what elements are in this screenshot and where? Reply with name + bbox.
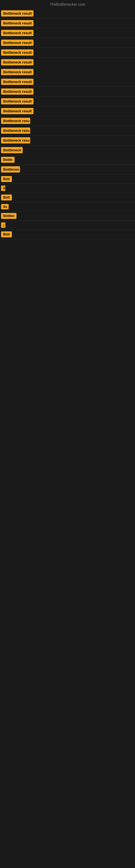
- bottleneck-badge[interactable]: Bottleneck result: [1, 59, 34, 65]
- bottleneck-badge[interactable]: Bott: [1, 176, 12, 182]
- bottleneck-badge[interactable]: Bottleneck result: [1, 108, 34, 114]
- list-item[interactable]: Bottleneck resu: [0, 116, 135, 126]
- list-item[interactable]: Bottleneck result: [0, 97, 135, 106]
- list-item[interactable]: Bottleneck: [0, 145, 135, 155]
- bottleneck-badge[interactable]: Bottleneck result: [1, 20, 34, 26]
- list-item[interactable]: Bottleneck result: [0, 106, 135, 116]
- bottleneck-badge[interactable]: Bottleneck result: [1, 10, 34, 17]
- bottleneck-badge[interactable]: Bottleneck result: [1, 79, 34, 85]
- bottleneck-badge[interactable]: |: [1, 222, 5, 228]
- bottleneck-badge[interactable]: Bottleneck result: [1, 88, 34, 95]
- bottleneck-badge[interactable]: Bottleneck result: [1, 50, 34, 56]
- bottleneck-badge[interactable]: Bottleneck resu: [1, 127, 30, 134]
- list-item[interactable]: Bo: [0, 203, 135, 211]
- bottleneck-badge[interactable]: Bottleneck result: [1, 69, 34, 75]
- rows-container: Bottleneck resultBottleneck resultBottle…: [0, 9, 135, 239]
- bottleneck-badge[interactable]: Bott: [1, 231, 12, 237]
- list-item[interactable]: Bott: [0, 175, 135, 184]
- list-item[interactable]: Bott: [0, 230, 135, 239]
- list-item[interactable]: B: [0, 184, 135, 193]
- bottleneck-badge[interactable]: Bottleneck result: [1, 98, 34, 104]
- list-item[interactable]: Bottleneck result: [0, 28, 135, 38]
- list-item[interactable]: Bottleneck resu: [0, 126, 135, 135]
- list-item[interactable]: Bottlen: [0, 211, 135, 221]
- bottleneck-badge[interactable]: Bottlen: [1, 213, 16, 219]
- bottleneck-badge[interactable]: B: [1, 186, 5, 191]
- list-item[interactable]: Bottleneck result: [0, 77, 135, 87]
- bottleneck-badge[interactable]: Bottleneck result: [1, 30, 34, 36]
- site-title: TheBottlenecker.com: [0, 0, 135, 9]
- list-item[interactable]: Bott: [0, 193, 135, 203]
- list-item[interactable]: Bottleneck result: [0, 19, 135, 28]
- list-item[interactable]: |: [0, 221, 135, 230]
- bottleneck-badge[interactable]: Bottleneck: [1, 147, 23, 153]
- bottleneck-badge[interactable]: Bottleneck resu: [1, 137, 30, 144]
- list-item[interactable]: Bottleneck result: [0, 38, 135, 48]
- bottleneck-badge[interactable]: Bottleneck resu: [1, 118, 30, 124]
- list-item[interactable]: Bottleneck resu: [0, 135, 135, 145]
- list-item[interactable]: Bottleneck result: [0, 87, 135, 97]
- bottleneck-badge[interactable]: Bott: [1, 194, 12, 200]
- bottleneck-badge[interactable]: Bottlenec: [1, 166, 20, 173]
- list-item[interactable]: Bottleneck result: [0, 58, 135, 67]
- bottleneck-badge[interactable]: Bo: [1, 204, 9, 209]
- bottleneck-badge[interactable]: Bottleneck result: [1, 40, 34, 46]
- list-item[interactable]: Bottlenec: [0, 165, 135, 175]
- list-item[interactable]: Bottleneck result: [0, 48, 135, 58]
- bottleneck-badge[interactable]: Bottle: [1, 157, 14, 163]
- list-item[interactable]: Bottle: [0, 155, 135, 165]
- list-item[interactable]: Bottleneck result: [0, 9, 135, 19]
- list-item[interactable]: Bottleneck result: [0, 67, 135, 77]
